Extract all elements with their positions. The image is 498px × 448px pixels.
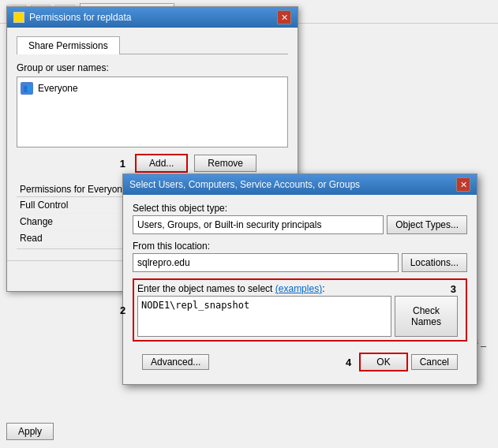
apply-button[interactable]: Apply [6, 423, 54, 440]
user-name: Everyone [38, 83, 78, 94]
tab-bar: Share Permissions [17, 35, 288, 54]
apply-area: Apply [6, 423, 54, 440]
permissions-close-button[interactable]: ✕ [277, 10, 291, 24]
select-dialog-close-button[interactable]: ✕ [456, 177, 470, 192]
object-type-input[interactable] [133, 215, 384, 234]
object-type-row: Select this object type: Object Types... [133, 203, 467, 234]
step2-label: 2 [120, 304, 125, 316]
user-icon: 👥 [21, 82, 33, 95]
permissions-titlebar: Permissions for repldata ✕ [7, 7, 298, 28]
share-permissions-tab[interactable]: Share Permissions [17, 36, 120, 54]
select-dialog-bottom: Advanced... 4 OK Cancel [133, 348, 467, 376]
object-type-label: Select this object type: [133, 203, 467, 214]
location-field: Locations... [133, 253, 467, 272]
user-item[interactable]: 👥 Everyone [21, 80, 284, 96]
select-dialog-content: Select this object type: Object Types...… [123, 195, 477, 384]
object-names-textarea[interactable]: NODE1\repl_snapshot [137, 296, 391, 337]
select-users-dialog: Select Users, Computers, Service Account… [122, 174, 477, 385]
location-row: From this location: Locations... [133, 241, 467, 272]
object-types-button[interactable]: Object Types... [387, 215, 467, 234]
object-type-field: Object Types... [133, 215, 467, 234]
location-label: From this location: [133, 241, 467, 252]
object-names-label: Enter the object names to select (exampl… [137, 283, 462, 294]
permissions-title: Permissions for repldata [29, 12, 131, 23]
select-dialog-title: Select Users, Computers, Service Account… [129, 179, 360, 190]
object-names-section: 3 Enter the object names to select (exam… [133, 278, 467, 342]
step3-label: 3 [451, 283, 456, 295]
examples-link[interactable]: (examples) [275, 283, 322, 294]
add-remove-row: 1 Add... Remove [17, 154, 288, 173]
step4-label: 4 [346, 357, 351, 368]
check-names-button[interactable]: Check Names [395, 296, 458, 337]
step1-label: 1 [120, 158, 125, 170]
select-cancel-button[interactable]: Cancel [411, 354, 458, 370]
select-dialog-titlebar: Select Users, Computers, Service Account… [123, 174, 477, 195]
location-input[interactable] [133, 253, 399, 272]
select-ok-button[interactable]: OK [359, 353, 407, 371]
advanced-button[interactable]: Advanced... [142, 354, 209, 370]
dialog-icon [13, 12, 24, 23]
remove-button[interactable]: Remove [194, 155, 256, 172]
add-button[interactable]: Add... [135, 154, 188, 173]
group-label: Group or user names: [17, 62, 288, 73]
locations-button[interactable]: Locations... [402, 253, 467, 272]
user-list: 👥 Everyone [17, 77, 288, 147]
